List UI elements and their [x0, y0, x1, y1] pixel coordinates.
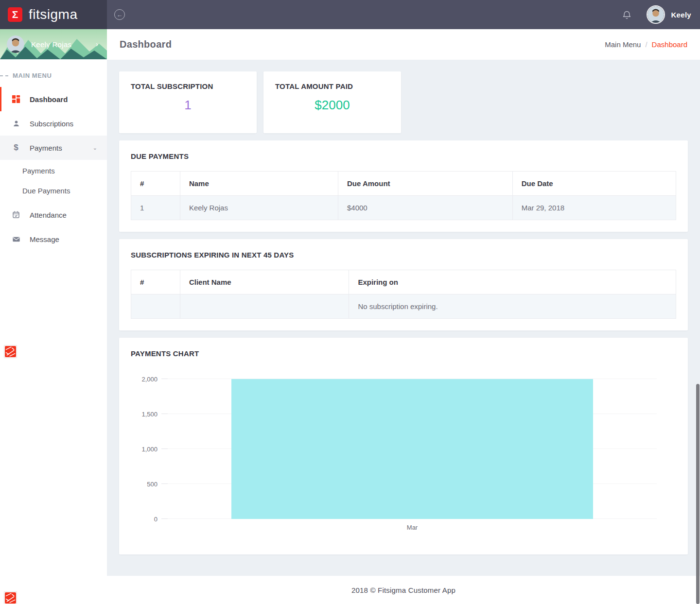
sidebar-toggle-button[interactable]: ← [114, 9, 125, 20]
chart-xtick-label: Mar [168, 524, 657, 531]
chevron-right-icon: › [96, 40, 98, 48]
card-title: TOTAL SUBSCRIPTION [131, 82, 245, 90]
cell-index [131, 294, 180, 319]
footer: 2018 © Fitsigma Customer App [107, 576, 700, 604]
content: TOTAL SUBSCRIPTION 1 TOTAL AMOUNT PAID $… [107, 60, 700, 576]
brand-name: fitsigma [29, 7, 77, 22]
broken-image-icon [4, 591, 17, 604]
breadcrumb-separator: / [645, 40, 647, 49]
topbar-username: Keely [671, 11, 691, 19]
brand-logo-icon: Σ [8, 7, 22, 22]
due-payments-title: DUE PAYMENTS [131, 152, 676, 160]
page-title: Dashboard [120, 39, 172, 50]
total-amount-paid-value: $2000 [275, 98, 389, 113]
sidebar-item-label: Attendance [30, 211, 67, 219]
sidebar-item-attendance[interactable]: Attendance [0, 203, 107, 227]
topbar-right: Keely [622, 5, 700, 24]
sidebar-subitem-label: Payments [22, 167, 55, 175]
cell-due-date: Mar 29, 2018 [512, 196, 676, 220]
envelope-icon [11, 235, 21, 244]
cell-name: Keely Rojas [180, 196, 338, 220]
breadcrumb-current[interactable]: Dashboard [652, 40, 687, 49]
expiring-subscriptions-title: SUBSCRIPTIONS EXPIRING IN NEXT 45 DAYS [131, 251, 676, 259]
sidebar-item-payments[interactable]: $ Payments ⌄ [0, 136, 107, 160]
cell-due-amount: $4000 [338, 196, 512, 220]
profile-name: Keely Rojas [31, 40, 96, 49]
sidebar-item-subscriptions[interactable]: Subscriptions [0, 111, 107, 136]
cell-empty-message: No subscription expiring. [349, 294, 676, 319]
profile-avatar [7, 35, 24, 53]
sidebar: Keely Rojas › MAIN MENU Dashboard [0, 29, 107, 604]
page-header: Dashboard Main Menu / Dashboard [107, 29, 700, 60]
cell-client-name [180, 294, 349, 319]
dashboard-grid-icon [11, 95, 21, 104]
due-payments-panel: DUE PAYMENTS # Name Due Amount Due Date … [119, 140, 688, 232]
column-header: Client Name [180, 270, 349, 294]
dollar-icon: $ [11, 143, 21, 153]
chart-ytick-label: 1,500 [141, 411, 158, 418]
sidebar-item-label: Message [30, 235, 59, 243]
total-subscription-value: 1 [131, 98, 245, 113]
chart-ytick-label: 2,000 [141, 376, 158, 383]
broken-image-icon [4, 345, 17, 358]
chart-ytick-label: 0 [154, 516, 158, 523]
sidebar-subitem-label: Due Payments [22, 187, 70, 195]
notifications-bell-icon[interactable] [622, 9, 632, 20]
table-header-row: # Client Name Expiring on [131, 270, 676, 294]
cell-index: 1 [131, 196, 180, 220]
user-avatar[interactable] [647, 5, 665, 24]
sidebar-menu: Dashboard Subscriptions $ Payments ⌄ Pay… [0, 87, 107, 251]
column-header: Due Date [512, 172, 676, 196]
brand[interactable]: Σ fitsigma [0, 0, 107, 29]
payments-chart-plot: 05001,0001,5002,000 [168, 379, 657, 519]
card-title: TOTAL AMOUNT PAID [275, 82, 389, 90]
main-area: Dashboard Main Menu / Dashboard TOTAL SU… [107, 29, 700, 604]
sidebar-item-label: Payments [30, 144, 62, 152]
table-row: No subscription expiring. [131, 294, 676, 319]
footer-text: 2018 © Fitsigma Customer App [351, 586, 455, 594]
payments-chart-xaxis: Mar [168, 524, 657, 531]
vertical-scrollbar-thumb[interactable] [696, 384, 700, 604]
column-header: # [131, 270, 180, 294]
chart-bar [231, 379, 593, 519]
main-menu-label: MAIN MENU [0, 72, 107, 79]
calendar-check-icon [11, 210, 21, 219]
column-header: # [131, 172, 180, 196]
expiring-subscriptions-panel: SUBSCRIPTIONS EXPIRING IN NEXT 45 DAYS #… [119, 239, 688, 330]
breadcrumb-parent[interactable]: Main Menu [605, 40, 641, 49]
sidebar-subitem-due-payments[interactable]: Due Payments [0, 181, 107, 201]
sigma-glyph: Σ [12, 9, 18, 20]
sidebar-item-label: Subscriptions [30, 120, 73, 128]
table-row: 1 Keely Rojas $4000 Mar 29, 2018 [131, 196, 676, 220]
column-header: Due Amount [338, 172, 512, 196]
payments-chart-title: PAYMENTS CHART [131, 349, 676, 358]
chart-ytick-label: 500 [147, 481, 158, 488]
chart-ytick-label: 1,000 [141, 446, 158, 453]
sidebar-item-message[interactable]: Message [0, 227, 107, 251]
due-payments-table: # Name Due Amount Due Date 1 Keely Rojas… [131, 171, 676, 220]
total-subscription-card: TOTAL SUBSCRIPTION 1 [119, 71, 257, 133]
payments-chart-panel: PAYMENTS CHART 05001,0001,5002,000 Mar [119, 338, 688, 554]
total-amount-paid-card: TOTAL AMOUNT PAID $2000 [263, 71, 401, 133]
person-icon [11, 119, 21, 128]
chevron-down-icon: ⌄ [93, 145, 97, 151]
summary-cards-row: TOTAL SUBSCRIPTION 1 TOTAL AMOUNT PAID $… [119, 71, 688, 133]
column-header: Name [180, 172, 338, 196]
sidebar-item-label: Dashboard [30, 95, 68, 104]
topbar: Σ fitsigma ← Keely [0, 0, 700, 29]
expiring-subscriptions-table: # Client Name Expiring on No subscriptio… [131, 270, 676, 319]
breadcrumb: Main Menu / Dashboard [605, 40, 687, 49]
table-header-row: # Name Due Amount Due Date [131, 172, 676, 196]
sidebar-item-dashboard[interactable]: Dashboard [0, 87, 107, 111]
back-arrow-icon: ← [117, 11, 123, 18]
sidebar-subitem-payments[interactable]: Payments [0, 161, 107, 181]
sidebar-profile[interactable]: Keely Rojas › [0, 29, 107, 59]
payments-submenu: Payments Due Payments [0, 161, 107, 201]
column-header: Expiring on [349, 270, 676, 294]
